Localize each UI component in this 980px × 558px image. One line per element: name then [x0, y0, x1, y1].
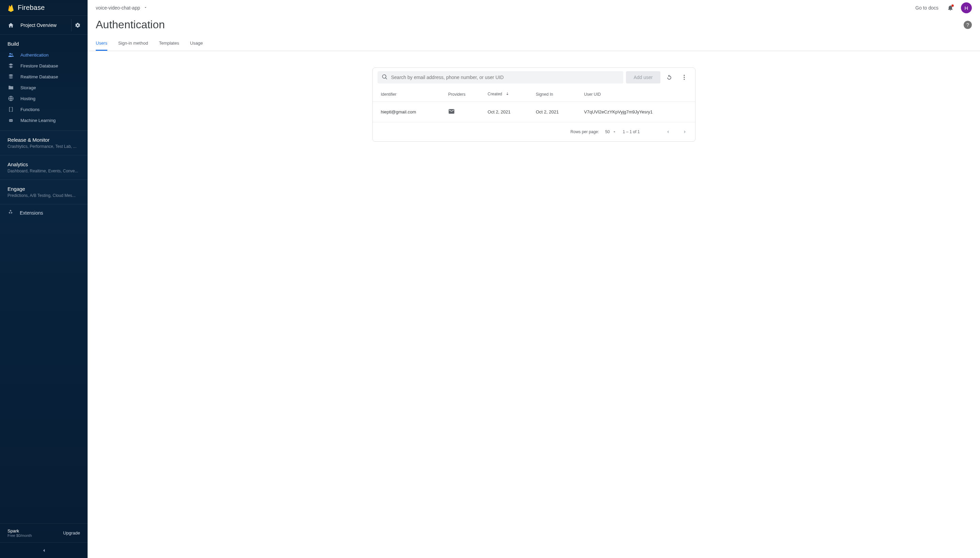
search-input[interactable]: [391, 75, 619, 80]
rows-per-page-label: Rows per page:: [570, 130, 599, 134]
col-identifier[interactable]: Identifier: [373, 87, 440, 102]
tab-templates[interactable]: Templates: [159, 36, 179, 51]
table-row[interactable]: hieptl@gmail.com Oct 2, 2021 Oct 2, 2021…: [373, 102, 695, 122]
tab-signin-method[interactable]: Sign-in method: [118, 36, 148, 51]
functions-icon: [8, 106, 14, 112]
docs-link[interactable]: Go to docs: [915, 5, 939, 11]
notifications-button[interactable]: [945, 3, 955, 13]
sidebar-item-label: Hosting: [20, 96, 35, 101]
users-table: Identifier Providers Created Signed In U…: [373, 87, 695, 122]
svg-point-6: [683, 75, 685, 76]
toolbar: Add user: [373, 68, 695, 87]
svg-point-4: [10, 120, 11, 121]
sidebar-item-realtime-db[interactable]: Realtime Database: [0, 71, 87, 82]
sidebar-item-label: Firestore Database: [20, 63, 58, 69]
page-header: Authentication ?: [87, 16, 980, 31]
cell-provider: [440, 102, 479, 122]
sidebar-item-label: Realtime Database: [20, 74, 58, 79]
svg-point-5: [11, 120, 12, 121]
col-signed-in[interactable]: Signed In: [528, 87, 576, 102]
refresh-button[interactable]: [663, 71, 675, 84]
group-title: Analytics: [8, 161, 80, 167]
group-subtitle: Dashboard, Realtime, Events, Conve...: [8, 169, 80, 173]
caret-down-icon: [612, 130, 616, 134]
settings-gear-button[interactable]: [71, 19, 84, 31]
layers-icon: [8, 63, 14, 69]
firebase-logo-icon: [7, 4, 15, 12]
cell-created: Oct 2, 2021: [479, 102, 527, 122]
sidebar: Firebase Project Overview Build Authenti…: [0, 0, 87, 558]
brand-name: Firebase: [18, 4, 44, 11]
sidebar-item-ml[interactable]: Machine Learning: [0, 115, 87, 126]
sidebar-item-extensions[interactable]: Extensions: [0, 204, 87, 221]
sidebar-group-engage[interactable]: Engage Predictions, A/B Testing, Cloud M…: [0, 179, 87, 204]
plan-row: Spark Free $0/month Upgrade: [0, 523, 87, 542]
svg-point-0: [10, 53, 11, 55]
group-title: Engage: [8, 186, 80, 192]
user-avatar[interactable]: H: [961, 2, 972, 13]
svg-point-8: [683, 79, 685, 80]
sidebar-item-label: Functions: [20, 107, 39, 112]
group-title: Release & Monitor: [8, 137, 80, 143]
rows-per-page-select[interactable]: 50: [605, 130, 616, 134]
brand-row: Firebase: [0, 0, 87, 16]
users-card: Add user Identifier Providers Created: [373, 67, 696, 142]
more-menu-button[interactable]: [678, 71, 690, 84]
robot-icon: [8, 117, 14, 123]
sidebar-item-authentication[interactable]: Authentication: [0, 49, 87, 60]
sort-desc-icon: [506, 92, 509, 97]
project-selector[interactable]: voice-video-chat-app: [96, 5, 148, 11]
sidebar-item-label: Machine Learning: [20, 118, 56, 123]
notification-dot-icon: [951, 5, 954, 7]
people-icon: [8, 52, 14, 58]
search-icon: [382, 74, 388, 81]
group-subtitle: Predictions, A/B Testing, Cloud Mes...: [8, 193, 80, 198]
topbar: voice-video-chat-app Go to docs H: [87, 0, 980, 16]
tab-usage[interactable]: Usage: [190, 36, 203, 51]
globe-icon: [8, 95, 14, 102]
col-created[interactable]: Created: [479, 87, 527, 102]
email-icon: [448, 108, 455, 115]
cell-identifier: hieptl@gmail.com: [373, 102, 440, 122]
sidebar-item-hosting[interactable]: Hosting: [0, 93, 87, 104]
cell-signed-in: Oct 2, 2021: [528, 102, 576, 122]
folder-icon: [8, 84, 14, 90]
search-box[interactable]: [378, 71, 624, 84]
upgrade-link[interactable]: Upgrade: [63, 530, 80, 535]
sidebar-item-storage[interactable]: Storage: [0, 82, 87, 93]
home-icon: [8, 22, 14, 28]
tabs: Users Sign-in method Templates Usage: [87, 36, 980, 51]
main: voice-video-chat-app Go to docs H Authen…: [87, 0, 980, 558]
database-icon: [8, 74, 14, 80]
project-overview-label: Project Overview: [20, 23, 69, 28]
collapse-sidebar-button[interactable]: [0, 542, 87, 558]
svg-rect-3: [9, 119, 13, 122]
plan-sub: Free $0/month: [8, 533, 32, 538]
page-range: 1 – 1 of 1: [622, 130, 640, 134]
project-name: voice-video-chat-app: [96, 5, 140, 11]
cell-uid: V7qUVl2eCzYKpVyjg7m9JyYesry1: [576, 102, 695, 122]
plan-name: Spark: [8, 528, 32, 533]
col-providers[interactable]: Providers: [440, 87, 479, 102]
sidebar-group-analytics[interactable]: Analytics Dashboard, Realtime, Events, C…: [0, 155, 87, 179]
sidebar-item-functions[interactable]: Functions: [0, 104, 87, 115]
add-user-button[interactable]: Add user: [626, 71, 660, 84]
sidebar-group-release[interactable]: Release & Monitor Crashlytics, Performan…: [0, 130, 87, 155]
sidebar-item-label: Authentication: [20, 53, 48, 57]
svg-point-7: [683, 77, 685, 78]
pagination: Rows per page: 50 1 – 1 of 1: [373, 122, 695, 141]
prev-page-button[interactable]: [662, 126, 673, 137]
project-overview[interactable]: Project Overview: [0, 16, 87, 35]
caret-down-icon: [143, 5, 148, 11]
svg-point-1: [11, 54, 13, 55]
next-page-button[interactable]: [680, 126, 690, 137]
page-title: Authentication: [96, 18, 165, 31]
content: Add user Identifier Providers Created: [87, 51, 980, 558]
tab-users[interactable]: Users: [96, 36, 107, 51]
col-uid[interactable]: User UID: [576, 87, 695, 102]
sidebar-item-firestore[interactable]: Firestore Database: [0, 60, 87, 71]
group-subtitle: Crashlytics, Performance, Test Lab, ...: [8, 144, 80, 149]
sidebar-item-label: Storage: [20, 85, 36, 90]
section-build-title: Build: [0, 35, 87, 49]
help-button[interactable]: ?: [964, 21, 972, 29]
